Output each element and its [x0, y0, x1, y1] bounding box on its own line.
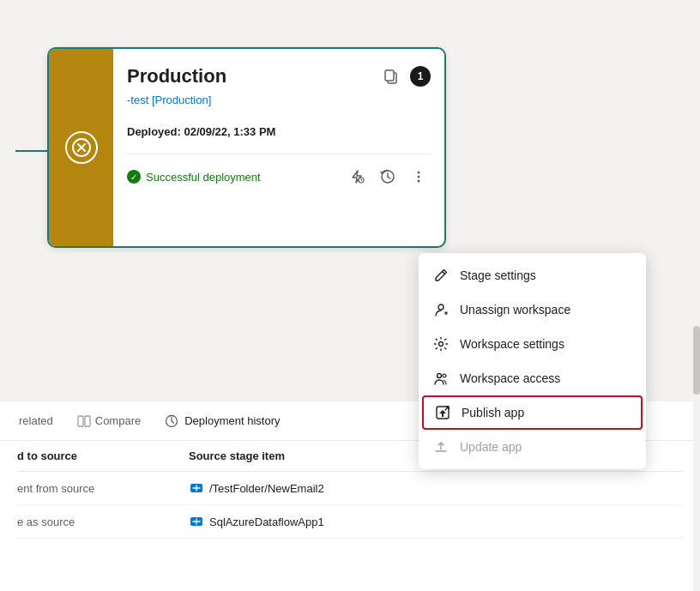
svg-point-17	[438, 374, 442, 378]
card-footer-right	[345, 165, 431, 189]
context-menu: Stage settings Unassign workspace Wor	[419, 253, 646, 469]
success-text: Successful deployment	[146, 171, 261, 184]
more-options-icon[interactable]	[407, 165, 431, 189]
upload-icon	[432, 438, 450, 455]
tab-related[interactable]: related	[9, 407, 63, 434]
table-cell-row0-col1: ent from source	[17, 482, 189, 495]
unassign-workspace-icon	[432, 301, 450, 318]
menu-item-unassign-workspace[interactable]: Unassign workspace	[419, 292, 646, 327]
deployed-date: 02/09/22, 1:33 PM	[184, 125, 275, 138]
unassign-workspace-label: Unassign workspace	[460, 303, 570, 317]
stage-settings-label: Stage settings	[460, 268, 536, 282]
pipeline-card: Production 1 -test [Production] Deployed	[47, 47, 446, 248]
card-deployed-info: Deployed: 02/09/22, 1:33 PM	[127, 125, 431, 138]
deployed-label: Deployed:	[127, 125, 181, 138]
history-icon[interactable]	[376, 165, 400, 189]
lightning-settings-icon[interactable]	[345, 165, 369, 189]
card-content: Production 1 -test [Production] Deployed	[113, 49, 444, 246]
card-badge: 1	[410, 66, 431, 87]
update-app-label: Update app	[460, 440, 522, 454]
svg-point-18	[443, 374, 446, 377]
card-left-icon	[65, 131, 98, 164]
menu-item-workspace-access[interactable]: Workspace access	[419, 361, 646, 395]
main-area: Production 1 -test [Production] Deployed	[0, 0, 700, 591]
tab-compare[interactable]: Compare	[67, 407, 151, 435]
success-dot-icon: ✓	[127, 170, 141, 184]
table-cell-row0-col2: /TestFolder/NewEmail2	[189, 480, 683, 496]
table-col1-header: d to source	[17, 449, 189, 462]
table-row: ent from source /TestFolder/NewEmail2	[17, 472, 683, 505]
table-cell-row1-col2-text: SqlAzureDataflowApp1	[209, 516, 324, 528]
deployment-history-tab-label: Deployment history	[184, 414, 280, 427]
publish-icon	[434, 404, 451, 421]
card-header-right: 1	[379, 64, 431, 88]
workspace-access-label: Workspace access	[460, 371, 560, 385]
svg-point-7	[418, 172, 420, 174]
table-row: e as source SqlAzureDataflowApp1	[17, 505, 683, 539]
compare-tab-label: Compare	[95, 414, 141, 427]
scrollbar-thumb[interactable]	[693, 326, 700, 395]
table-cell-row1-col1: e as source	[17, 516, 189, 528]
workspace-settings-label: Workspace settings	[460, 337, 564, 351]
pencil-icon	[432, 267, 450, 284]
menu-item-update-app: Update app	[419, 430, 646, 464]
card-footer-left: ✓ Successful deployment	[127, 170, 261, 184]
dataflow-icon-row0	[189, 480, 204, 496]
arrow-line	[15, 150, 48, 152]
svg-point-8	[418, 176, 420, 178]
svg-point-9	[418, 180, 420, 183]
scrollbar-track	[693, 0, 700, 591]
menu-item-publish-app[interactable]: Publish app	[422, 395, 643, 430]
table-cell-row0-col2-text: /TestFolder/NewEmail2	[209, 482, 324, 495]
svg-rect-4	[385, 70, 394, 81]
svg-point-15	[438, 305, 444, 310]
related-tab-label: related	[19, 414, 53, 427]
menu-item-workspace-settings[interactable]: Workspace settings	[419, 327, 646, 361]
people-icon	[432, 370, 450, 387]
table-cell-row1-col2: SqlAzureDataflowApp1	[189, 514, 683, 529]
card-subtitle: -test [Production]	[127, 93, 431, 106]
svg-rect-10	[78, 416, 83, 426]
dataflow-icon-row1	[189, 514, 204, 529]
menu-item-stage-settings[interactable]: Stage settings	[419, 258, 646, 292]
gear-icon	[432, 335, 450, 353]
svg-rect-11	[85, 416, 90, 426]
publish-app-label: Publish app	[462, 406, 524, 419]
card-left-bar	[49, 49, 113, 246]
svg-point-16	[439, 342, 444, 347]
card-title: Production	[127, 65, 226, 87]
card-header: Production 1	[127, 64, 431, 88]
copy-icon[interactable]	[379, 64, 403, 88]
tab-deployment-history[interactable]: Deployment history	[154, 407, 290, 435]
card-footer: ✓ Successful deployment	[127, 154, 431, 199]
